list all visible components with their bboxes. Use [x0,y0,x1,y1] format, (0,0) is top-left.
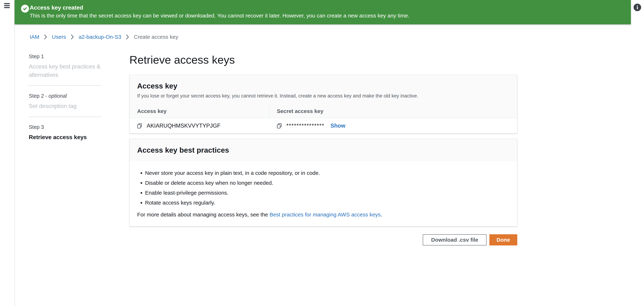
breadcrumb-current: Create access key [134,34,178,40]
access-key-cell: AKIARUQHMSKVVYTYPJGF [130,122,269,129]
step-1: Step 1 Access key best practices & alter… [29,54,101,79]
step-2: Step 2 - optional Set description tag [29,93,101,110]
check-circle-icon [21,5,29,13]
best-practices-panel: Access key best practices Never store yo… [130,138,517,227]
chevron-right-icon [71,34,74,40]
column-header-access-key: Access key [130,105,269,118]
success-flashbar: Access key created This is the only time… [14,0,631,24]
download-csv-button[interactable]: Download .csv file [423,234,486,245]
step-3-title: Retrieve access keys [29,133,101,141]
access-key-value: AKIARUQHMSKVVYTYPJGF [147,122,220,129]
step-divider [29,85,101,86]
hamburger-menu-icon[interactable] [4,3,10,9]
breadcrumb-item-users[interactable]: Users [52,34,66,40]
access-key-panel-header: Access key If you lose or forget your se… [130,75,517,105]
flashbar-title: Access key created [30,4,83,11]
access-key-panel-title: Access key [137,82,510,90]
breadcrumb-item-user-name[interactable]: a2-backup-On-S3 [79,34,121,40]
step-number: Step 3 [29,124,44,130]
list-item: Never store your access key in plain tex… [145,170,510,177]
chevron-right-icon [126,34,129,40]
access-key-table-header: Access key Secret access key [130,105,517,118]
list-item: Rotate access keys regularly. [145,199,510,206]
step-divider [29,117,101,117]
action-buttons: Download .csv file Done [130,234,517,245]
list-item: Disable or delete access key when no lon… [145,180,510,186]
access-key-panel-subtitle: If you lose or forget your secret access… [137,93,510,99]
access-key-panel: Access key If you lose or forget your se… [130,75,517,133]
step-3: Step 3 Retrieve access keys [29,124,101,141]
best-practices-list: Never store your access key in plain tex… [137,170,510,206]
footer-period: . [381,212,382,218]
step-optional-suffix: - optional [44,93,67,99]
best-practices-footer: For more details about managing access k… [137,212,510,218]
step-number: Step 2 [29,93,44,99]
hamburger-bar [4,5,10,6]
breadcrumb-item-iam[interactable]: IAM [30,34,39,40]
wizard-steps: Step 1 Access key best practices & alter… [29,54,101,141]
page-title: Retrieve access keys [130,53,235,66]
info-icon[interactable] [634,4,641,11]
sidebar-divider [14,0,15,306]
breadcrumb: IAM Users a2-backup-On-S3 Create access … [30,34,178,40]
done-button[interactable]: Done [490,234,517,245]
step-number: Step 1 [29,54,44,59]
best-practices-link[interactable]: Best practices for managing AWS access k… [270,212,380,218]
chevron-right-icon [44,34,47,40]
step-1-title: Access key best practices & alternatives [29,62,101,79]
copy-icon[interactable] [277,123,282,129]
best-practices-header: Access key best practices [130,139,517,161]
best-practices-body: Never store your access key in plain tex… [130,161,517,226]
table-row: AKIARUQHMSKVVYTYPJGF *************** Sho… [130,118,517,133]
flashbar-message: This is the only time that the secret ac… [30,13,409,19]
secret-access-key-masked: *************** [286,122,324,129]
hamburger-bar [4,3,10,4]
copy-icon[interactable] [137,123,142,129]
footer-text: For more details about managing access k… [137,212,270,218]
column-header-secret-access-key: Secret access key [269,105,517,118]
step-2-title: Set description tag [29,102,101,110]
best-practices-title: Access key best practices [137,146,510,155]
hamburger-bar [4,7,10,8]
secret-access-key-cell: *************** Show [269,122,517,129]
show-secret-link[interactable]: Show [330,122,346,129]
list-item: Enable least-privilege permissions. [145,189,510,196]
